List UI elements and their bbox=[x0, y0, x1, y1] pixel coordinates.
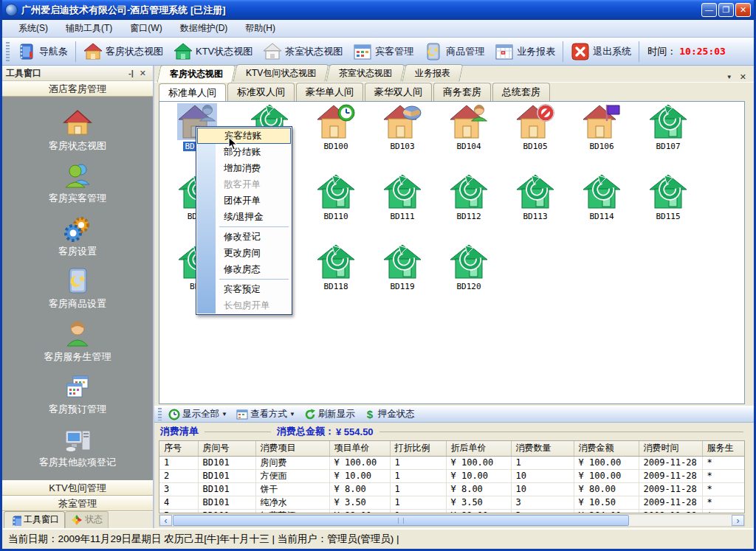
toolbar-button-label: 退出系统 bbox=[593, 45, 631, 58]
room-BD103[interactable]: BD103 bbox=[372, 103, 433, 151]
room-BD115[interactable]: BD115 bbox=[638, 173, 698, 221]
room-BD114[interactable]: BD114 bbox=[571, 173, 632, 221]
col-header-1[interactable]: 房间号 bbox=[198, 441, 255, 456]
document-tab-0[interactable]: 客房状态视图 bbox=[157, 65, 236, 83]
room-action-button-3[interactable]: $押金状态 bbox=[360, 407, 419, 421]
main-toolbar: 导航条客房状态视图KTV状态视图茶室状态视图宾客管理商品管理业务报表退出系统时间… bbox=[2, 38, 754, 66]
room-type-tab-0[interactable]: 标准单人间 bbox=[159, 83, 226, 102]
room-action-button-1[interactable]: 查看方式▼ bbox=[232, 407, 300, 421]
room-BD107[interactable]: BD107 bbox=[638, 103, 698, 151]
scroll-right-arrow[interactable]: › bbox=[732, 515, 744, 526]
table-row-1[interactable]: 2BD101方便面¥ 10.001¥ 10.0010¥ 100.002009-1… bbox=[159, 469, 745, 482]
document-tab-2[interactable]: 茶室状态视图 bbox=[326, 64, 405, 82]
room-type-tab-4[interactable]: 商务套房 bbox=[433, 83, 491, 101]
room-label: BD114 bbox=[588, 212, 615, 221]
toolbar-button-5[interactable]: 商品管理 bbox=[419, 40, 489, 63]
room-BD111[interactable]: BD111 bbox=[372, 173, 433, 221]
room-type-tab-1[interactable]: 标准双人间 bbox=[227, 83, 295, 101]
toolbar-button-label: 导航条 bbox=[39, 45, 68, 58]
consumption-table[interactable]: 序号房间号消费项目项目单价打折比例折后单价消费数量消费金额消费时间服务生1BD1… bbox=[159, 441, 745, 513]
minimize-button[interactable]: — bbox=[701, 3, 717, 17]
room-BD105[interactable]: BD105 bbox=[505, 103, 566, 151]
window-title: 广州爱启迪技术有限公司-酒店管理系统 [已注册] bbox=[21, 4, 700, 17]
toolbar-button-2[interactable]: KTV状态视图 bbox=[168, 40, 258, 63]
toolbar-button-label: 商品管理 bbox=[446, 45, 484, 58]
table-row-4[interactable]: 5BD101红葡萄酒¥ 88.001¥ 88.003¥ 264.002009-1… bbox=[159, 509, 745, 513]
context-menu-item-8[interactable]: 更改房间 bbox=[197, 245, 291, 261]
col-header-3[interactable]: 项目单价 bbox=[329, 441, 390, 456]
maximize-button[interactable]: ❐ bbox=[718, 3, 734, 17]
scrollbar-thumb[interactable] bbox=[173, 515, 629, 526]
sidebar-section-1[interactable]: 茶室管理 bbox=[2, 496, 153, 511]
col-header-6[interactable]: 消费数量 bbox=[511, 441, 574, 456]
room-action-button-2[interactable]: 刷新显示 bbox=[300, 407, 360, 421]
room-action-button-0[interactable]: 显示全部▼ bbox=[164, 407, 232, 421]
toolbar-button-7[interactable]: 退出系统 bbox=[566, 40, 636, 63]
sidebar-item-3[interactable]: 客房商品设置 bbox=[49, 266, 106, 311]
table-cell: ¥ 3.50 bbox=[446, 496, 511, 509]
col-header-5[interactable]: 折后单价 bbox=[446, 441, 511, 456]
panel-close-icon[interactable]: ✕ bbox=[137, 69, 149, 78]
toolbar-button-6[interactable]: 业务报表 bbox=[489, 40, 560, 63]
menu-item-0[interactable]: 系统(S) bbox=[10, 20, 57, 37]
context-menu-item-0[interactable]: 宾客结账 bbox=[197, 128, 291, 144]
menu-item-4[interactable]: 帮助(H) bbox=[236, 20, 284, 37]
room-type-tab-3[interactable]: 豪华双人间 bbox=[365, 83, 432, 101]
pin-icon[interactable]: -| bbox=[126, 69, 137, 77]
menu-item-1[interactable]: 辅助工具(T) bbox=[57, 20, 121, 37]
table-row-3[interactable]: 4BD101纯净水¥ 3.501¥ 3.503¥ 10.502009-11-28… bbox=[159, 496, 745, 509]
sidebar-section-0[interactable]: KTV包间管理 bbox=[2, 480, 153, 496]
room-BD100[interactable]: BD100 bbox=[306, 103, 366, 151]
document-tab-1[interactable]: KTV包间状态视图 bbox=[233, 64, 329, 82]
dropdown-arrow-icon[interactable]: ▼ bbox=[289, 411, 295, 417]
document-tab-3[interactable]: 业务报表 bbox=[402, 64, 464, 82]
table-row-2[interactable]: 3BD101饼干¥ 8.001¥ 8.0010¥ 80.002009-11-28… bbox=[159, 482, 745, 496]
col-header-0[interactable]: 序号 bbox=[159, 441, 198, 456]
sidebar-item-5[interactable]: 客房预订管理 bbox=[49, 372, 106, 416]
col-header-8[interactable]: 消费时间 bbox=[639, 441, 702, 456]
toolbar-button-1[interactable]: 客房状态视图 bbox=[78, 40, 168, 63]
context-menu-item-9[interactable]: 修改房态 bbox=[197, 261, 291, 277]
sidebar-item-0[interactable]: 客房状态视图 bbox=[49, 108, 106, 153]
sidebar-section-hotel-rooms[interactable]: 酒店客房管理 bbox=[2, 81, 153, 97]
sidebar-item-2[interactable]: 客房设置 bbox=[58, 214, 97, 258]
room-BD106[interactable]: BD106 bbox=[571, 103, 632, 151]
room-BD113[interactable]: BD113 bbox=[505, 173, 566, 221]
dropdown-arrow-icon[interactable]: ▼ bbox=[221, 411, 227, 417]
toolbar-button-4[interactable]: 宾客管理 bbox=[348, 40, 419, 63]
toolbar-button-0[interactable]: 导航条 bbox=[12, 40, 73, 63]
context-menu-item-5[interactable]: 续/退押金 bbox=[197, 209, 291, 225]
col-header-4[interactable]: 打折比例 bbox=[390, 441, 446, 456]
room-BD110[interactable]: BD110 bbox=[306, 173, 366, 221]
room-BD119[interactable]: BD119 bbox=[372, 243, 433, 291]
close-button[interactable]: ✕ bbox=[735, 3, 751, 17]
room-type-tab-5[interactable]: 总统套房 bbox=[492, 83, 550, 101]
device-icon bbox=[63, 266, 92, 296]
context-menu-item-1[interactable]: 部分结账 bbox=[197, 144, 291, 160]
horizontal-scrollbar[interactable]: ‹ › bbox=[159, 514, 745, 527]
table-row-0[interactable]: 1BD101房间费¥ 100.001¥ 100.001¥ 100.002009-… bbox=[159, 456, 745, 469]
room-type-tab-2[interactable]: 豪华单人间 bbox=[296, 83, 363, 101]
menu-item-2[interactable]: 窗口(W) bbox=[121, 20, 171, 37]
sidebar-item-4[interactable]: 客房服务生管理 bbox=[44, 319, 111, 364]
col-header-7[interactable]: 消费金额 bbox=[574, 441, 639, 456]
room-BD104[interactable]: BD104 bbox=[439, 103, 499, 151]
context-menu-item-4[interactable]: 团体开单 bbox=[197, 193, 291, 209]
context-menu-item-2[interactable]: 增加消费 bbox=[197, 160, 291, 176]
sidebar-bottom-tab-1[interactable]: 状态 bbox=[65, 511, 109, 528]
room-BD118[interactable]: BD118 bbox=[306, 243, 366, 291]
room-BD120[interactable]: BD120 bbox=[439, 243, 499, 291]
context-menu-item-7[interactable]: 修改登记 bbox=[197, 229, 291, 245]
col-header-2[interactable]: 消费项目 bbox=[255, 441, 329, 456]
room-BD112[interactable]: BD112 bbox=[439, 173, 499, 221]
scroll-left-arrow[interactable]: ‹ bbox=[159, 515, 172, 526]
tab-dropdown-icon[interactable]: ▼ bbox=[726, 74, 732, 80]
sidebar-item-6[interactable]: 客房其他款项登记 bbox=[39, 425, 116, 469]
context-menu-item-11[interactable]: 宾客预定 bbox=[197, 281, 291, 297]
toolbar-button-3[interactable]: 茶室状态视图 bbox=[258, 40, 348, 63]
col-header-9[interactable]: 服务生 bbox=[702, 441, 745, 456]
sidebar-item-1[interactable]: 客房宾客管理 bbox=[49, 161, 106, 205]
tab-close-icon[interactable]: ✕ bbox=[740, 72, 746, 82]
menu-item-3[interactable]: 数据维护(D) bbox=[171, 20, 237, 37]
sidebar-bottom-tab-0[interactable]: 工具窗口 bbox=[4, 511, 65, 528]
